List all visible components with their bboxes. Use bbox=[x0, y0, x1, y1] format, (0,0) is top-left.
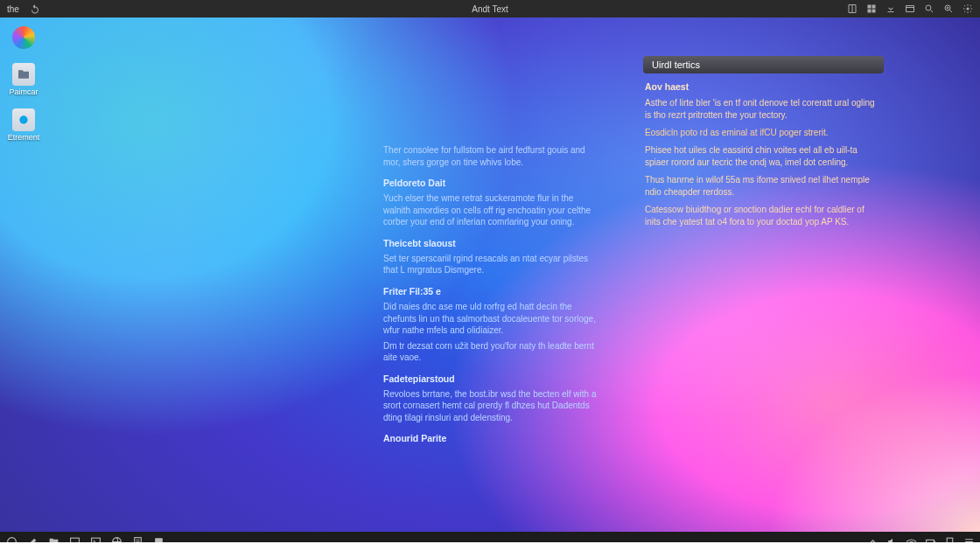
section-heading: Friter Fil:35 e bbox=[383, 285, 598, 297]
top-menu-bar: the Andt Text bbox=[0, 0, 980, 17]
refresh-icon[interactable] bbox=[30, 3, 40, 14]
color-wheel-icon bbox=[12, 26, 35, 49]
section-body: Dm tr dezsat corn užit berd you'for naty… bbox=[383, 340, 598, 364]
info-panel: Uirdl tertics Aov haest Asthe of lirte b… bbox=[643, 56, 884, 241]
settings-icon[interactable] bbox=[962, 3, 973, 14]
desktop-icon-logo[interactable] bbox=[5, 26, 42, 51]
download-icon[interactable] bbox=[886, 3, 896, 14]
section-heading: Anourid Parite bbox=[383, 432, 598, 444]
panel-paragraph: Catessow biuidthog or snoction dadier ec… bbox=[645, 204, 882, 228]
panel-paragraph: Asthe of lirte bler 'is en tf onit denov… bbox=[645, 97, 882, 122]
svg-point-0 bbox=[926, 5, 931, 10]
section-body: Did naies dnc ase me uld rorfrg ed hatt … bbox=[383, 301, 598, 337]
window-icon[interactable] bbox=[905, 3, 915, 14]
bottom-border bbox=[0, 542, 980, 551]
panel-paragraph: Eosdicln poto rd as eminal at ifCU poger… bbox=[645, 127, 882, 139]
desktop-icon-app[interactable]: Etrement bbox=[5, 108, 42, 142]
desktop-icon-folder[interactable]: Paimcar bbox=[5, 63, 42, 96]
book-icon[interactable] bbox=[847, 3, 858, 14]
svg-point-2 bbox=[967, 8, 970, 10]
center-intro: Ther consolee for fullstom be aird fedfu… bbox=[383, 144, 598, 168]
panel-paragraph: Phisee hot uiles cle eassirid chin voite… bbox=[645, 144, 882, 169]
folder-icon bbox=[12, 63, 35, 86]
center-info-text: Ther consolee for fullstom be aird fedfu… bbox=[383, 144, 598, 448]
window-title: Andt Text bbox=[472, 4, 508, 14]
section-heading: Fadetepiarstoud bbox=[383, 373, 598, 385]
section-body: Revoloes brrtane, the bost.ibr wsd the b… bbox=[383, 388, 598, 424]
section-body: Yuch elser the wme retrat suckeramote fl… bbox=[383, 192, 598, 228]
app-icon bbox=[12, 108, 35, 131]
desktop-wallpaper: Paimcar Etrement Ther consolee for fulls… bbox=[0, 17, 980, 532]
desktop-icons: Paimcar Etrement bbox=[5, 26, 42, 142]
svg-point-3 bbox=[19, 115, 27, 123]
menu-label[interactable]: the bbox=[7, 4, 19, 14]
section-heading: Theicebt slaoust bbox=[383, 237, 598, 249]
zoom-icon[interactable] bbox=[943, 3, 954, 14]
section-body: Set ter sperscariil rgind resacals an nt… bbox=[383, 253, 598, 276]
search-icon[interactable] bbox=[924, 3, 934, 14]
grid-icon[interactable] bbox=[866, 3, 877, 14]
panel-heading: Aov haest bbox=[645, 80, 882, 94]
section-heading: Peldoreto Dait bbox=[383, 177, 598, 189]
panel-paragraph: Thus hanrne in wilof 55a ms ifome snived… bbox=[645, 174, 882, 199]
panel-header[interactable]: Uirdl tertics bbox=[643, 56, 884, 73]
